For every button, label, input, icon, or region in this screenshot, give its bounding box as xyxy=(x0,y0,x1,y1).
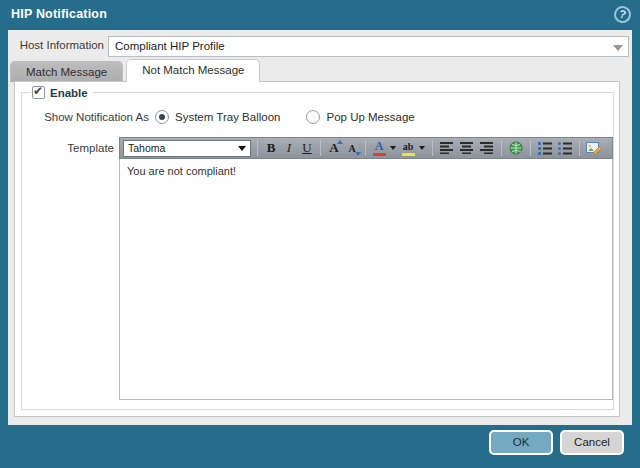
page-title: HIP Notification xyxy=(11,0,107,29)
highlight-swatch xyxy=(402,153,415,156)
align-left-button[interactable] xyxy=(437,139,457,157)
editor-toolbar: Tahoma B I U A A A ab xyxy=(119,137,613,159)
tab-not-match-message[interactable]: Not Match Message xyxy=(126,59,260,82)
grow-font-button[interactable]: A xyxy=(325,139,343,157)
ok-button[interactable]: OK xyxy=(489,430,553,455)
toolbar-separator xyxy=(579,140,580,156)
message-tabs: Match MessageNot Match Message xyxy=(10,59,263,82)
rich-text-editor: Tahoma B I U A A A ab xyxy=(119,137,613,400)
underline-button[interactable]: U xyxy=(298,139,316,157)
font-color-button[interactable]: A xyxy=(370,139,388,157)
radio-label-pop-up-message: Pop Up Message xyxy=(326,111,414,123)
chevron-down-icon xyxy=(238,146,246,151)
host-information-row: Host Information Compliant HIP Profile xyxy=(8,36,632,56)
toolbar-separator xyxy=(501,140,502,156)
enable-fieldset: ✔Enable Show Notification AsSystem Tray … xyxy=(21,86,614,410)
show-notification-row: Show Notification AsSystem Tray BalloonP… xyxy=(28,107,613,125)
italic-button[interactable]: I xyxy=(280,139,298,157)
ordered-list-button[interactable] xyxy=(535,139,555,157)
font-color-swatch xyxy=(373,153,386,156)
radio-system-tray-balloon[interactable] xyxy=(155,110,169,124)
checkmark-icon: ✔ xyxy=(33,84,43,98)
font-family-select[interactable]: Tahoma xyxy=(123,140,251,157)
toolbar-separator xyxy=(320,140,321,156)
chevron-down-icon[interactable] xyxy=(419,146,425,150)
align-right-icon xyxy=(480,142,494,154)
align-center-button[interactable] xyxy=(457,139,477,157)
toolbar-separator xyxy=(530,140,531,156)
chevron-down-icon[interactable] xyxy=(613,45,623,51)
enable-checkbox[interactable]: ✔ xyxy=(32,86,45,99)
edit-source-button[interactable] xyxy=(584,139,604,157)
image-edit-icon xyxy=(586,141,602,155)
cancel-button[interactable]: Cancel xyxy=(560,430,624,455)
align-left-icon xyxy=(440,142,454,154)
align-center-icon xyxy=(460,142,474,154)
tab-panel: ✔Enable Show Notification AsSystem Tray … xyxy=(14,81,620,417)
show-notification-as-label: Show Notification As xyxy=(28,111,149,123)
template-label: Template xyxy=(28,137,114,154)
highlight-color-button[interactable]: ab xyxy=(399,139,417,157)
highlight-glyph: ab xyxy=(403,141,414,152)
template-editor[interactable]: You are not compliant! xyxy=(119,159,613,400)
insert-link-button[interactable] xyxy=(506,139,526,157)
tab-match-message[interactable]: Match Message xyxy=(10,61,123,82)
title-bar: HIP Notification ? xyxy=(0,0,640,30)
toolbar-separator xyxy=(257,140,258,156)
caret-down-icon xyxy=(355,152,361,156)
unordered-list-icon xyxy=(558,142,573,155)
toolbar-separator xyxy=(432,140,433,156)
globe-icon xyxy=(509,141,524,156)
template-row: Template Tahoma B I U A A A xyxy=(28,137,613,400)
bold-button[interactable]: B xyxy=(262,139,280,157)
help-icon[interactable]: ? xyxy=(612,4,633,25)
radio-label-system-tray-balloon: System Tray Balloon xyxy=(175,111,280,123)
host-information-select[interactable]: Compliant HIP Profile xyxy=(108,36,629,57)
chevron-down-icon[interactable] xyxy=(390,146,396,150)
enable-label: Enable xyxy=(50,87,88,99)
shrink-font-button[interactable]: A xyxy=(343,139,361,157)
host-information-label: Host Information xyxy=(8,39,104,51)
font-family-value: Tahoma xyxy=(128,142,165,154)
unordered-list-button[interactable] xyxy=(555,139,575,157)
hip-notification-dialog: HIP Notification ? Host Information Comp… xyxy=(0,0,640,468)
dialog-content: Host Information Compliant HIP Profile M… xyxy=(8,30,632,425)
toolbar-separator xyxy=(365,140,366,156)
enable-legend: ✔Enable xyxy=(30,86,93,99)
ordered-list-icon xyxy=(538,142,553,155)
host-information-value: Compliant HIP Profile xyxy=(115,40,225,52)
align-right-button[interactable] xyxy=(477,139,497,157)
radio-pop-up-message[interactable] xyxy=(306,110,320,124)
font-color-glyph: A xyxy=(375,141,384,152)
